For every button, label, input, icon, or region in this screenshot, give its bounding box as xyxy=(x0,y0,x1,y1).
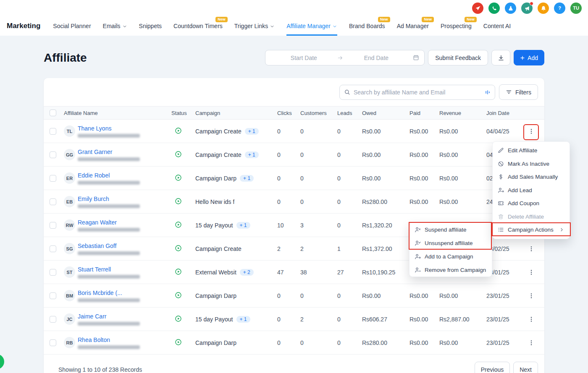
row-checkbox[interactable] xyxy=(50,269,56,276)
user-avatar[interactable]: TU xyxy=(570,3,582,14)
nav-item-trigger-links[interactable]: Trigger Links xyxy=(234,16,275,36)
row-actions-button[interactable] xyxy=(526,125,537,138)
nav-item-countdown-timers[interactable]: Countdown TimersNew xyxy=(173,16,223,36)
main-nav: Marketing Social PlannerEmailsSnippetsCo… xyxy=(0,16,588,36)
col-header-clicks: Clicks xyxy=(277,107,300,120)
user-avatar-glyph: TU xyxy=(573,6,579,10)
filters-button[interactable]: Filters xyxy=(499,84,538,100)
cell-clicks: 0 xyxy=(277,308,300,331)
nav-item-emails[interactable]: Emails xyxy=(103,16,127,36)
row-actions-button[interactable] xyxy=(526,290,537,302)
row-checkbox[interactable] xyxy=(50,339,56,346)
cell-actions xyxy=(526,284,544,308)
cell-join-date: 23/01/25 xyxy=(486,308,526,331)
bell-icon[interactable] xyxy=(538,3,549,14)
row-checkbox[interactable] xyxy=(50,316,56,323)
affiliate-name-link[interactable]: Grant Garner xyxy=(78,149,140,155)
help-icon[interactable]: ? xyxy=(554,3,565,14)
cell-customers: 2 xyxy=(300,308,337,331)
date-range-picker[interactable]: Start Date End Date xyxy=(265,50,425,65)
add-affiliate-button[interactable]: Add xyxy=(514,50,544,65)
select-all-checkbox[interactable] xyxy=(50,110,56,116)
next-page-button[interactable]: Next xyxy=(513,362,538,373)
affiliate-name-link[interactable]: Boris Mcbride (... xyxy=(78,290,140,296)
end-date-field[interactable]: End Date xyxy=(343,55,410,61)
pencil-icon xyxy=(498,147,504,154)
row-checkbox[interactable] xyxy=(50,175,56,182)
cell-campaign: Campaign Darp xyxy=(195,331,277,355)
affiliate-name-link[interactable]: Reagan Walter xyxy=(78,219,140,226)
menu-item-label: Add Sales Manually xyxy=(508,174,558,180)
row-checkbox[interactable] xyxy=(50,292,56,299)
campaign-name: Campaign Darp xyxy=(195,339,236,346)
cell-leads: 1 xyxy=(337,237,362,261)
menu-item-edit-affiliate[interactable]: Edit Affiliate xyxy=(493,144,570,157)
megaphone-icon[interactable] xyxy=(521,3,533,14)
submenu-item-label: Add to a Campaign xyxy=(425,253,473,260)
campaign-name: Campaign Darp xyxy=(195,175,236,182)
status-active-icon xyxy=(175,198,182,205)
search-input[interactable] xyxy=(354,89,481,96)
col-header-status: Status xyxy=(171,107,195,120)
row-checkbox[interactable] xyxy=(50,222,56,229)
user-x-icon xyxy=(415,227,421,233)
submenu-item-add-to-a-campaign[interactable]: Add to a Campaign xyxy=(410,250,492,263)
cell-checkbox xyxy=(44,284,60,308)
cell-join-date: 03/02/25 xyxy=(486,237,526,261)
nav-item-prospecting[interactable]: ProspectingNew xyxy=(441,16,472,36)
affiliate-name-link[interactable]: Sebastian Goff xyxy=(78,243,140,249)
cell-campaign: External Websit + 2 xyxy=(195,261,277,284)
row-actions-button[interactable] xyxy=(526,266,537,279)
menu-item-add-sales-manually[interactable]: Add Sales Manually xyxy=(493,170,570,184)
cell-paid: Rs0.00 xyxy=(410,284,439,308)
submit-feedback-button[interactable]: Submit Feedback xyxy=(428,50,488,65)
row-checkbox[interactable] xyxy=(50,151,56,158)
menu-item-add-lead[interactable]: Add Lead xyxy=(493,184,570,197)
nav-item-affiliate-manager[interactable]: Affiliate Manager xyxy=(286,16,337,36)
search-box xyxy=(339,85,495,100)
search-config-icon[interactable] xyxy=(485,89,491,95)
menu-item-add-coupon[interactable]: Add Coupon xyxy=(493,197,570,210)
affiliate-name-link[interactable]: Eddie Robel xyxy=(78,172,140,179)
row-checkbox[interactable] xyxy=(50,245,56,252)
start-date-field[interactable]: Start Date xyxy=(270,55,337,61)
submenu-item-remove-from-campaign[interactable]: Remove from Campaign xyxy=(410,263,492,276)
nav-item-ad-manager[interactable]: Ad ManagerNew xyxy=(397,16,429,36)
submenu-item-unsuspend-affiliate[interactable]: Unsuspend affiliate xyxy=(410,236,492,250)
row-actions-button[interactable] xyxy=(526,313,537,326)
nav-item-brand-boards[interactable]: Brand BoardsNew xyxy=(349,16,385,36)
row-actions-button[interactable] xyxy=(526,336,537,349)
cell-affiliate: GG Grant Garner xyxy=(60,143,171,167)
rocket-icon[interactable] xyxy=(472,3,483,14)
nav-item-social-planner[interactable]: Social Planner xyxy=(53,16,91,36)
status-active-icon xyxy=(175,221,182,228)
nav-item-content-ai[interactable]: Content AI xyxy=(483,16,511,36)
header-controls: Start Date End Date Submit Feedback Add xyxy=(265,50,544,65)
submenu-item-suspend-affiliate[interactable]: Suspend affiliate xyxy=(410,223,492,236)
row-checkbox[interactable] xyxy=(50,198,56,205)
menu-item-label: Mark As Inactive xyxy=(508,161,549,167)
row-actions-button[interactable] xyxy=(526,243,537,255)
row-checkbox[interactable] xyxy=(50,128,56,135)
cell-affiliate: RW Reagan Walter xyxy=(60,214,171,237)
cell-campaign: 15 day Payout + 1 xyxy=(195,308,277,331)
header-checkbox-cell xyxy=(44,107,60,120)
cell-status xyxy=(171,331,195,355)
menu-item-campaign-actions[interactable]: Campaign Actions xyxy=(493,223,570,237)
phone-icon[interactable] xyxy=(488,3,500,14)
affiliate-name-link[interactable]: Rhea Bolton xyxy=(78,336,140,343)
affiliate-name-link[interactable]: Emily Burch xyxy=(78,196,140,202)
nav-item-snippets[interactable]: Snippets xyxy=(139,16,162,36)
export-button[interactable] xyxy=(491,50,510,65)
campaign-count-badge: + 1 xyxy=(240,175,254,182)
affiliate-name-link[interactable]: Jaime Carr xyxy=(78,313,140,320)
redacted-email xyxy=(78,251,140,255)
previous-page-button[interactable]: Previous xyxy=(475,362,510,373)
flask-icon[interactable] xyxy=(505,3,516,14)
affiliate-name-link[interactable]: Thane Lyons xyxy=(78,125,140,132)
affiliate-name-link[interactable]: Stuart Terrell xyxy=(78,266,140,273)
menu-item-mark-as-inactive[interactable]: Mark As Inactive xyxy=(493,157,570,171)
cell-owed: Rs606.27 xyxy=(362,308,410,331)
new-badge: New xyxy=(215,17,228,22)
cell-status xyxy=(171,237,195,261)
